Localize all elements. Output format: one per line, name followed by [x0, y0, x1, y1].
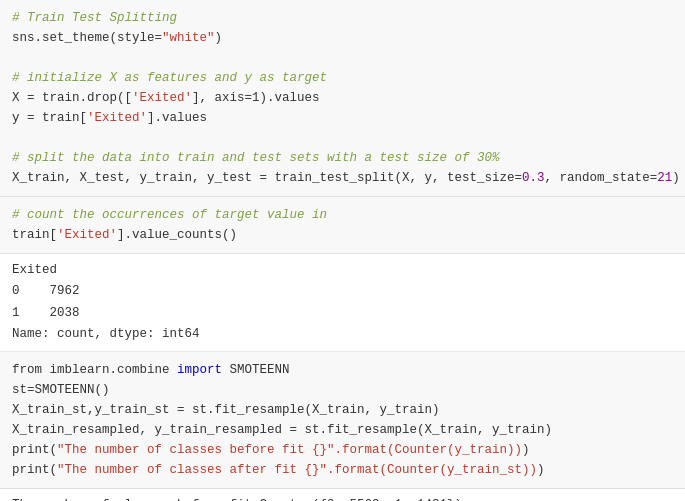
- code-block-2: # count the occurrences of target value …: [0, 197, 685, 254]
- code-line: st=SMOTEENN(): [12, 380, 673, 400]
- output-block-1: Exited 0 7962 1 2038 Name: count, dtype:…: [0, 254, 685, 352]
- code-line: from imblearn.combine import SMOTEENN: [12, 360, 673, 380]
- code-line: X = train.drop(['Exited'], axis=1).value…: [12, 88, 673, 108]
- notebook-container: # Train Test Splitting sns.set_theme(sty…: [0, 0, 685, 501]
- output-line: 0 7962: [12, 281, 673, 302]
- code-line: # split the data into train and test set…: [12, 148, 673, 168]
- code-line: X_train, X_test, y_train, y_test = train…: [12, 168, 673, 188]
- output-line: Exited: [12, 260, 673, 281]
- output-block-2: The number of classes before fit Counter…: [0, 489, 685, 501]
- output-line: Name: count, dtype: int64: [12, 324, 673, 345]
- code-line: train['Exited'].value_counts(): [12, 225, 673, 245]
- code-line: X_train_resampled, y_train_resampled = s…: [12, 420, 673, 440]
- code-line: # Train Test Splitting: [12, 8, 673, 28]
- code-line: X_train_st,y_train_st = st.fit_resample(…: [12, 400, 673, 420]
- code-line: print("The number of classes before fit …: [12, 440, 673, 460]
- code-line: print("The number of classes after fit {…: [12, 460, 673, 480]
- code-line: # initialize X as features and y as targ…: [12, 68, 673, 88]
- output-line: 1 2038: [12, 303, 673, 324]
- code-line: # count the occurrences of target value …: [12, 205, 673, 225]
- code-line: y = train['Exited'].values: [12, 108, 673, 128]
- code-line: [12, 128, 673, 148]
- code-block-3: from imblearn.combine import SMOTEENN st…: [0, 352, 685, 489]
- code-line: sns.set_theme(style="white"): [12, 28, 673, 48]
- code-line: [12, 48, 673, 68]
- code-block-1: # Train Test Splitting sns.set_theme(sty…: [0, 0, 685, 197]
- output-line: The number of classes before fit Counter…: [12, 495, 673, 501]
